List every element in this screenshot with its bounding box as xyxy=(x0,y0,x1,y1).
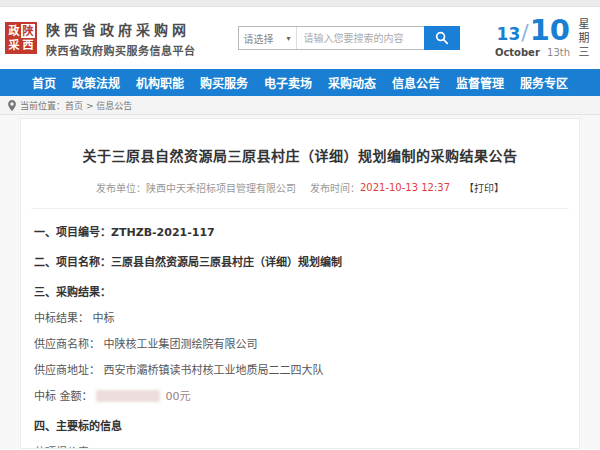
date-numbers-block: 13 / 10 October 13th xyxy=(495,17,570,58)
nav-item-announcements[interactable]: 信息公告 xyxy=(392,74,440,91)
date-day-en: 13th xyxy=(547,47,570,58)
date-weekday: 星期三 xyxy=(577,17,588,60)
search-button[interactable] xyxy=(424,26,460,50)
breadcrumb-label: 当前位置： xyxy=(20,99,65,112)
publisher-label: 发布单位： xyxy=(96,183,146,194)
nav-item-purchase[interactable]: 购买服务 xyxy=(200,74,248,91)
top-strip xyxy=(0,0,600,7)
breadcrumb: 当前位置： 首页 > 信息公告 xyxy=(0,96,600,115)
location-pin-icon xyxy=(8,100,16,111)
publish-time-value: 2021-10-13 12:37 xyxy=(360,182,450,193)
section-subject-info: 四、主要标的信息 xyxy=(34,417,566,433)
brand-block: 陕西省政府采购网 陕西省政府购买服务信息平台 xyxy=(46,19,196,58)
redacted-amount xyxy=(96,390,160,402)
publisher-value: 陕西中天禾招标项目管理有限公司 xyxy=(146,183,296,194)
page-title: 关于三原县自然资源局三原县村庄（详细）规划编制的采购结果公告 xyxy=(31,119,569,165)
date-widget: 13 / 10 October 13th 星期三 xyxy=(495,17,588,60)
nav-item-emall[interactable]: 电子卖场 xyxy=(264,74,312,91)
date-day: 13 xyxy=(497,24,521,44)
site-logo: 政 陕 采 西 xyxy=(5,22,37,54)
article-meta: 发布单位：陕西中天禾招标项目管理有限公司发布时间：2021-10-13 12:3… xyxy=(31,180,569,209)
breadcrumb-path[interactable]: 首页 > 信息公告 xyxy=(65,99,132,112)
nav-item-policies[interactable]: 政策法规 xyxy=(72,74,120,91)
logo-char: 政 xyxy=(7,24,21,38)
logo-char: 采 xyxy=(7,38,21,52)
date-numbers: 13 / 10 xyxy=(495,17,570,45)
announcement-card: 关于三原县自然资源局三原县村庄（详细）规划编制的采购结果公告 发布单位：陕西中天… xyxy=(20,118,580,449)
nav-item-services[interactable]: 服务专区 xyxy=(520,74,568,91)
article-body: 一、项目编号：ZTHZB-2021-117 二、项目名称：三原县自然资源局三原县… xyxy=(31,223,569,449)
search-bar: 请选择 ▾ xyxy=(238,26,460,50)
bid-amount-line: 中标 金额： 00元 xyxy=(34,387,566,403)
date-month-en: October xyxy=(495,47,540,58)
nav-item-trends[interactable]: 采购动态 xyxy=(328,74,376,91)
bid-amount-suffix: 00元 xyxy=(166,390,191,403)
site-title: 陕西省政府采购网 xyxy=(46,19,196,39)
search-input[interactable] xyxy=(297,27,425,49)
section-project-number: 一、项目编号：ZTHZB-2021-117 xyxy=(34,223,566,239)
section-project-name: 二、项目名称：三原县自然资源局三原县村庄（详细）规划编制 xyxy=(34,253,566,269)
attachment-link[interactable]: 分项报价表.docx xyxy=(34,443,566,449)
date-month: 10 xyxy=(530,17,570,45)
supplier-address-line: 供应商地址： 西安市灞桥镇读书村核工业地质局二二四大队 xyxy=(34,361,566,377)
date-english: October 13th xyxy=(495,47,570,58)
date-separator: / xyxy=(521,20,528,45)
publish-time-label: 发布时间： xyxy=(310,183,360,194)
main-nav: 首页 政策法规 机构职能 购买服务 电子卖场 采购动态 信息公告 监督管理 服务… xyxy=(0,69,600,96)
search-category-select[interactable]: 请选择 ▾ xyxy=(239,27,297,49)
nav-item-supervision[interactable]: 监督管理 xyxy=(456,74,504,91)
page-background: 关于三原县自然资源局三原县村庄（详细）规划编制的采购结果公告 发布单位：陕西中天… xyxy=(0,115,600,449)
search-select-label: 请选择 xyxy=(244,31,274,46)
search-icon xyxy=(435,31,449,45)
section-result-heading: 三、采购结果： xyxy=(34,283,566,299)
site-subtitle: 陕西省政府购买服务信息平台 xyxy=(46,42,196,58)
nav-item-functions[interactable]: 机构职能 xyxy=(136,74,184,91)
bid-result-line: 中标结果： 中标 xyxy=(34,309,566,325)
logo-char: 西 xyxy=(21,38,35,52)
bid-amount-label: 中标 金额： xyxy=(34,390,93,403)
nav-item-home[interactable]: 首页 xyxy=(32,74,56,91)
supplier-name-line: 供应商名称： 中陕核工业集团测绘院有限公司 xyxy=(34,335,566,351)
print-button[interactable]: 【打印】 xyxy=(464,183,504,194)
site-header: 政 陕 采 西 陕西省政府采购网 陕西省政府购买服务信息平台 请选择 ▾ 13 … xyxy=(0,7,600,69)
logo-char: 陕 xyxy=(21,24,35,38)
chevron-down-icon: ▾ xyxy=(286,34,290,43)
